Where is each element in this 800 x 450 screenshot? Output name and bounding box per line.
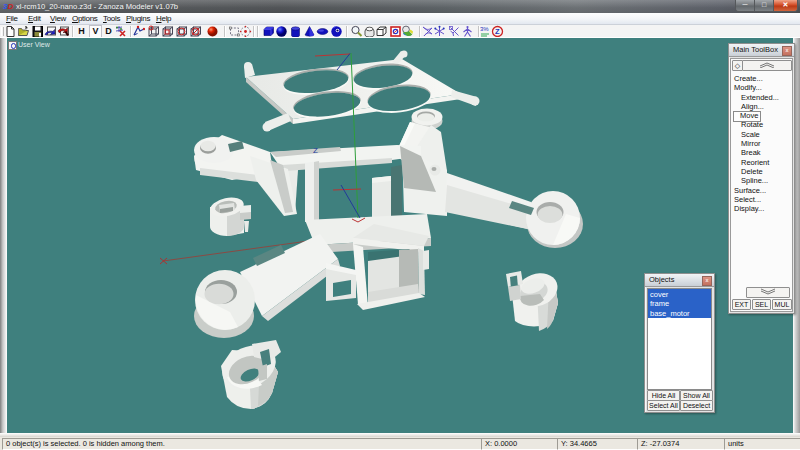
svg-text:3%: 3% [480,26,489,32]
svg-text:Z: Z [313,146,318,155]
svg-text:Z: Z [495,27,500,36]
